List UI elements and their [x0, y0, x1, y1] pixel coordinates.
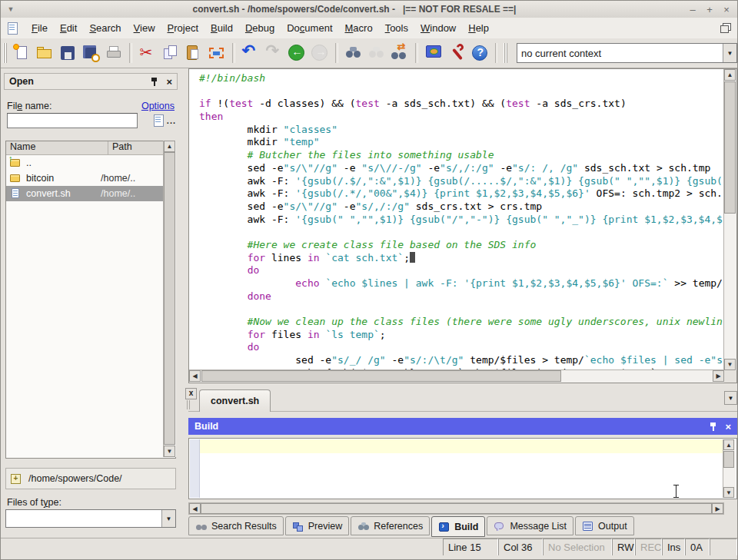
forward-button[interactable]	[308, 41, 331, 65]
code-editor[interactable]: #!/bin/bash if !(test -d classes) && (te…	[188, 68, 737, 383]
status-col: Col 36	[498, 538, 543, 556]
build-gutter	[190, 439, 200, 498]
output-icon	[582, 521, 594, 532]
find-next-button[interactable]	[365, 41, 388, 65]
help-button[interactable]	[468, 41, 491, 65]
new-file-icon	[12, 43, 32, 63]
tab-list-dropdown[interactable]: ▼	[724, 391, 737, 405]
undo-button[interactable]	[239, 41, 262, 65]
menu-view[interactable]: View	[128, 20, 161, 36]
file-list-scrollbar[interactable]: ▲ ▼	[163, 141, 176, 457]
folder-up-icon	[10, 157, 22, 168]
select-block-button[interactable]	[205, 41, 228, 65]
menu-project[interactable]: Project	[161, 20, 204, 36]
code-line	[199, 85, 723, 98]
tool-window-tabs: Search ResultsPreviewReferencesBuildMess…	[188, 516, 737, 536]
tab-build[interactable]: Build	[431, 516, 485, 537]
file-list-row[interactable]: bitcoin/home/..	[6, 171, 175, 186]
copy-button[interactable]	[159, 41, 182, 65]
application-window: ▼ convert.sh - /home/spowers/Code/conver…	[0, 0, 738, 560]
find-replace-icon	[390, 43, 410, 63]
tab-preview[interactable]: Preview	[285, 516, 349, 535]
browse-button[interactable]: ...	[167, 116, 176, 125]
window-menu-button[interactable]: ▼	[1, 5, 21, 13]
toolbar-separator	[232, 43, 235, 63]
save-icon	[58, 43, 78, 63]
tab-message-list[interactable]: Message List	[487, 516, 573, 535]
new-file-button[interactable]	[10, 41, 33, 65]
menu-window[interactable]: Window	[414, 20, 462, 36]
files-of-type-combo[interactable]: ▼	[5, 509, 176, 528]
save-all-button[interactable]	[79, 41, 102, 65]
close-icon[interactable]: ×	[725, 422, 731, 432]
code-line: #Here we create class file based on the …	[199, 239, 723, 252]
display-config-button[interactable]	[422, 41, 445, 65]
menu-macro[interactable]: Macro	[339, 20, 379, 36]
tab-search-results[interactable]: Search Results	[188, 516, 284, 535]
toolbar-grip[interactable]	[504, 43, 508, 63]
close-button[interactable]: ×	[722, 4, 731, 15]
close-document-icon[interactable]: x	[185, 388, 197, 399]
build-vertical-scrollbar[interactable]: ▲ ▼	[723, 439, 736, 498]
code-line: mkdir "temp"	[199, 136, 723, 149]
new-document-icon[interactable]	[153, 114, 164, 126]
chevron-down-icon[interactable]: ▼	[723, 44, 736, 62]
editor-horizontal-scrollbar[interactable]: ◀ ▶	[189, 369, 724, 383]
display-config-icon	[424, 43, 444, 63]
find-button[interactable]	[342, 41, 365, 65]
context-combo[interactable]: no current context ▼	[517, 43, 737, 63]
minimize-button[interactable]: –	[688, 4, 697, 15]
file-list-row[interactable]: convert.sh/home/..	[6, 186, 175, 201]
file-name: convert.sh	[26, 188, 71, 199]
open-panel-header: Open ×	[4, 73, 178, 90]
build-current-line	[200, 439, 723, 453]
tab-references[interactable]: References	[351, 516, 430, 535]
maximize-button[interactable]: +	[705, 4, 714, 15]
column-header-name[interactable]: Name	[6, 141, 108, 154]
menu-help[interactable]: Help	[462, 20, 495, 36]
print-button[interactable]	[102, 41, 125, 65]
redo-button[interactable]	[262, 41, 285, 65]
editor-vertical-scrollbar[interactable]: ▲ ▼	[723, 69, 736, 370]
code-area[interactable]: #!/bin/bash if !(test -d classes) && (te…	[190, 70, 723, 369]
directory-bar[interactable]: + /home/spowers/Code/	[5, 468, 176, 489]
expand-icon[interactable]: +	[11, 474, 21, 484]
menu-bar: FileEditSearchViewProjectBuildDebugDocum…	[1, 18, 737, 39]
close-icon[interactable]: ×	[166, 77, 172, 87]
cut-button[interactable]	[136, 41, 159, 65]
save-button[interactable]	[56, 41, 79, 65]
pin-icon[interactable]	[150, 77, 158, 87]
print-icon	[104, 43, 124, 63]
back-button[interactable]	[285, 41, 308, 65]
menu-search[interactable]: Search	[83, 20, 127, 36]
pin-icon[interactable]	[709, 422, 717, 432]
tab-output[interactable]: Output	[575, 516, 634, 535]
restore-window-icon[interactable]	[720, 23, 731, 33]
menu-document[interactable]: Document	[281, 20, 338, 36]
code-line: # Butcher the files into something usabl…	[199, 149, 723, 162]
find-replace-button[interactable]	[388, 41, 411, 65]
build-output-area[interactable]: ▲ ▼	[188, 438, 737, 499]
menu-file[interactable]: File	[25, 20, 54, 36]
menu-tools[interactable]: Tools	[379, 20, 414, 36]
chevron-down-icon[interactable]: ▼	[161, 510, 175, 527]
directory-path: /home/spowers/Code/	[28, 473, 122, 484]
code-line: done	[199, 290, 723, 303]
options-wrench-button[interactable]	[445, 41, 468, 65]
menu-debug[interactable]: Debug	[239, 20, 281, 36]
open-button[interactable]	[33, 41, 56, 65]
build-horizontal-scrollbar[interactable]: ◀ ▶	[188, 502, 724, 515]
toolbar-separator	[335, 43, 338, 63]
menu-edit[interactable]: Edit	[54, 20, 83, 36]
paste-button[interactable]	[182, 41, 205, 65]
file-tab-convert.sh[interactable]: convert.sh	[199, 389, 271, 412]
tab-strip-grip[interactable]	[187, 400, 191, 409]
file-list-row[interactable]: ..	[6, 155, 175, 171]
file-list: Name Path ..bitcoin/home/..convert.sh/ho…	[5, 141, 176, 459]
toolbar-grip[interactable]	[3, 43, 8, 63]
save-all-icon	[81, 43, 101, 63]
options-link[interactable]: Options	[141, 101, 175, 111]
file-name-input[interactable]	[7, 113, 138, 128]
search-results-icon	[195, 521, 208, 532]
menu-build[interactable]: Build	[204, 20, 239, 36]
